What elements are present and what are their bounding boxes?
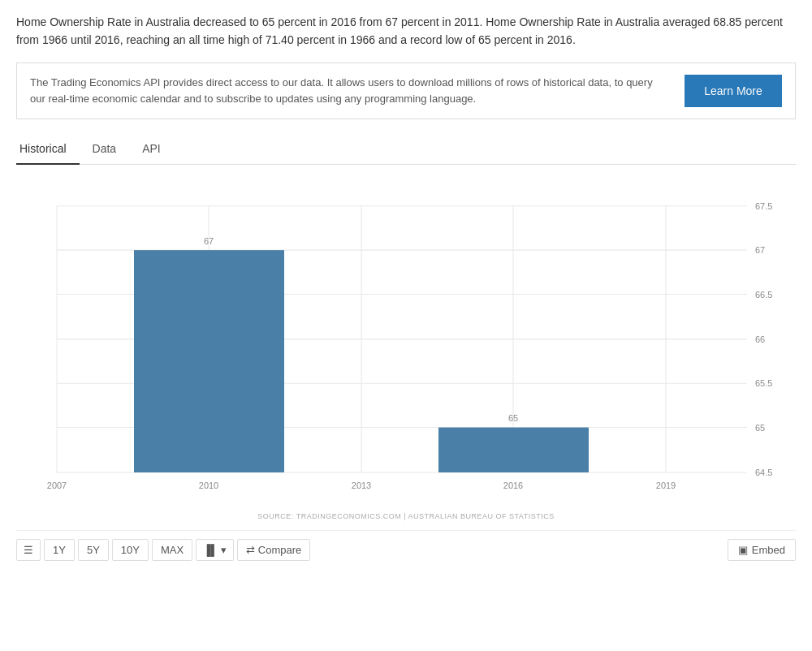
svg-text:2013: 2013 [352, 481, 371, 490]
1y-button[interactable]: 1Y [44, 539, 75, 561]
svg-text:66: 66 [755, 334, 765, 344]
api-banner: The Trading Economics API provides direc… [16, 63, 796, 119]
5y-button[interactable]: 5Y [78, 539, 109, 561]
list-view-button[interactable]: ☰ [16, 539, 41, 561]
chart-controls: ☰ 1Y 5Y 10Y MAX ▐▌ ▾ ⇄ Compare ▣ Embed [16, 530, 796, 566]
chart-area: 67.5 67 66.5 66 65.5 65 64.5 2007 2010 2… [16, 181, 796, 506]
max-button[interactable]: MAX [152, 539, 192, 561]
bar-2010 [134, 250, 284, 472]
svg-text:65: 65 [508, 413, 518, 423]
learn-more-button[interactable]: Learn More [685, 75, 782, 107]
description-text: Home Ownership Rate in Australia decreas… [16, 13, 796, 50]
embed-button[interactable]: ▣ Embed [728, 539, 796, 561]
chart-type-button[interactable]: ▐▌ ▾ [196, 539, 234, 561]
tab-data[interactable]: Data [89, 136, 130, 165]
svg-text:66.5: 66.5 [755, 289, 772, 299]
svg-text:67: 67 [755, 245, 765, 255]
tab-api[interactable]: API [139, 136, 174, 165]
svg-text:64.5: 64.5 [755, 468, 772, 477]
svg-text:2016: 2016 [503, 481, 523, 490]
tabs-container: Historical Data API [16, 136, 796, 165]
svg-text:2010: 2010 [199, 481, 218, 490]
bar-2016 [438, 427, 589, 472]
tab-historical[interactable]: Historical [16, 136, 80, 165]
svg-text:2019: 2019 [656, 481, 676, 490]
bar-chart: 67.5 67 66.5 66 65.5 65 64.5 2007 2010 2… [16, 181, 796, 506]
source-text: SOURCE: TRADINGECONOMICS.COM | AUSTRALIA… [16, 512, 796, 520]
controls-right: ▣ Embed [728, 539, 796, 561]
compare-button[interactable]: ⇄ Compare [237, 539, 310, 561]
svg-text:65: 65 [755, 422, 765, 432]
controls-left: ☰ 1Y 5Y 10Y MAX ▐▌ ▾ ⇄ Compare [16, 539, 310, 561]
embed-icon: ▣ [738, 544, 748, 556]
svg-text:67: 67 [204, 236, 214, 246]
svg-text:2007: 2007 [47, 481, 67, 490]
10y-button[interactable]: 10Y [112, 539, 149, 561]
svg-text:67.5: 67.5 [755, 201, 772, 211]
api-banner-text: The Trading Economics API provides direc… [30, 75, 668, 106]
svg-text:65.5: 65.5 [755, 378, 772, 388]
embed-label: Embed [752, 544, 785, 556]
